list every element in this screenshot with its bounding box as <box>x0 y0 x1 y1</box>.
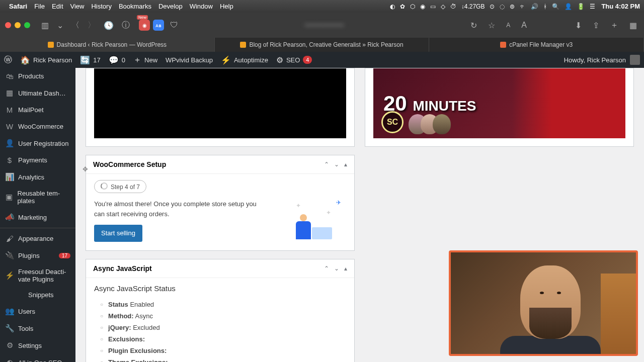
reload-button[interactable]: ↻ <box>468 19 479 32</box>
clock[interactable]: Thu 4:02 PM <box>601 3 640 10</box>
panel-up-icon[interactable]: ⌃ <box>324 265 329 272</box>
menu-bookmarks[interactable]: Bookmarks <box>119 3 151 10</box>
sidebar-item[interactable]: 🔌Plugins17 <box>0 247 75 264</box>
seo-link[interactable]: ⚙SEO4 <box>276 55 312 65</box>
menu-file[interactable]: File <box>34 3 45 10</box>
menu-help[interactable]: Help <box>220 3 233 10</box>
browser-tab[interactable]: Blog of Rick Pearson, Creative Generalis… <box>215 38 430 52</box>
wpvivid-link[interactable]: WPvivid Backup <box>166 56 213 64</box>
account-link[interactable]: Howdy, Rick Pearson <box>564 55 640 65</box>
status-icon[interactable]: ◐ <box>390 3 395 10</box>
text-size-large-icon[interactable]: A <box>519 19 529 32</box>
bluetooth-icon[interactable]: ᚼ <box>543 3 547 10</box>
list-item: Theme Exclusions: <box>100 356 346 362</box>
site-link[interactable]: 🏠Rick Pearson <box>20 55 72 65</box>
menu-edit[interactable]: Edit <box>52 3 63 10</box>
menu-develop[interactable]: Develop <box>158 3 183 10</box>
sidebar-item[interactable]: 👤User Registration <box>0 135 75 152</box>
volume-icon[interactable]: 🔊 <box>531 3 538 10</box>
back-button[interactable]: 〈 <box>69 18 82 33</box>
privacy-icon[interactable]: ⓘ <box>120 18 132 33</box>
text-size-small-icon[interactable]: A <box>504 20 512 31</box>
sidebar-item[interactable]: ⚡Freesoul Deacti­vate Plugins <box>0 264 75 287</box>
tab-label: Dashboard ‹ Rick Pearson — WordPress <box>57 41 167 48</box>
browser-tab[interactable]: Dashboard ‹ Rick Pearson — WordPress <box>0 38 215 52</box>
bookmark-star-icon[interactable]: ☆ <box>486 19 497 32</box>
status-icon[interactable]: ⊙ <box>490 3 495 10</box>
start-selling-button[interactable]: Start selling <box>94 225 142 242</box>
status-icon[interactable]: ▭ <box>430 3 436 10</box>
storage-indicator[interactable]: ↓4.27GB <box>461 3 485 10</box>
sidebar-item[interactable]: 👥Users <box>0 303 75 320</box>
maximize-window-button[interactable] <box>24 22 30 28</box>
status-icon[interactable]: ◉ <box>420 3 425 10</box>
panel-toggle-icon[interactable]: ▴ <box>344 161 347 168</box>
status-icon[interactable]: ◌ <box>500 3 505 10</box>
sidebar-item[interactable]: WWooCommerce <box>0 118 75 135</box>
wp-logo-icon[interactable]: ⓦ <box>4 55 12 65</box>
favicon-icon <box>240 42 246 48</box>
new-content-link[interactable]: ＋New <box>133 55 157 65</box>
sidebar-item[interactable]: ⚙Settings <box>0 337 75 354</box>
minimize-window-button[interactable] <box>15 22 21 28</box>
sidebar-item[interactable]: MMailPoet <box>0 102 75 118</box>
updates-link[interactable]: 🔄17 <box>80 55 100 65</box>
sidebar-item[interactable]: ▦Ultimate Dash… <box>0 84 75 102</box>
menu-history[interactable]: History <box>91 3 111 10</box>
sidebar-item[interactable]: $Payments <box>0 152 75 168</box>
sidebar-item[interactable]: 📊Analytics <box>0 168 75 186</box>
panel-up-icon[interactable]: ⌃ <box>324 161 329 168</box>
status-icon[interactable]: ⊚ <box>510 3 515 10</box>
list-item: Method: Async <box>100 310 346 322</box>
list-item: Status Enabled <box>100 299 346 310</box>
wp-sidebar: 🛍Products▦Ultimate Dash…MMailPoetWWooCom… <box>0 68 75 362</box>
panel-title: WooCommerce Setup <box>93 160 319 168</box>
favicon-icon <box>48 42 54 48</box>
move-handle-icon[interactable]: ✥ <box>83 165 88 173</box>
badge: 17 <box>59 253 70 258</box>
sidebar-item[interactable]: Snippets <box>0 287 75 303</box>
dropdown-icon[interactable]: ⌄ <box>55 19 65 32</box>
video-panel <box>86 68 355 147</box>
downloads-icon[interactable]: ⬇ <box>573 19 584 32</box>
sidebar-item[interactable]: 📣Marketing <box>0 209 75 226</box>
panel-down-icon[interactable]: ⌄ <box>334 265 339 272</box>
close-window-button[interactable] <box>5 22 11 28</box>
battery-icon[interactable]: 🔋 <box>577 3 585 10</box>
new-tab-button[interactable]: ＋ <box>608 18 620 33</box>
shield-icon[interactable]: 🛡 <box>168 19 180 32</box>
app-name[interactable]: Safari <box>9 3 27 10</box>
extension-icon[interactable]: ᴀʙ <box>153 20 164 31</box>
wifi-icon[interactable]: ᯤ <box>520 3 526 10</box>
tab-overview-icon[interactable]: ▦ <box>627 19 639 32</box>
share-icon[interactable]: ⇪ <box>591 19 601 32</box>
async-subtitle: Async JavaScript Status <box>94 284 346 293</box>
status-icon[interactable]: ⬡ <box>410 3 415 10</box>
browser-tab[interactable]: cPanel File Manager v3 <box>429 38 644 52</box>
video-thumbnail[interactable]: 20 MINUTES SC <box>373 68 625 138</box>
status-icon[interactable]: ◇ <box>441 3 445 10</box>
status-icon[interactable]: ✿ <box>400 3 405 10</box>
extension-icon[interactable]: ◉ <box>139 20 150 31</box>
webcam-overlay <box>449 250 638 356</box>
history-icon[interactable]: 🕓 <box>102 19 116 32</box>
panel-down-icon[interactable]: ⌄ <box>334 161 339 168</box>
autoptimize-link[interactable]: ⚡Autoptimize <box>221 55 268 65</box>
comments-link[interactable]: 💬0 <box>109 55 125 65</box>
sidebar-item[interactable]: ▣Reusable tem­plates <box>0 186 75 209</box>
sidebar-item[interactable]: 🔧Tools <box>0 320 75 337</box>
illustration: ✦✦✈ <box>276 199 346 244</box>
status-icon[interactable]: ⏱ <box>450 3 456 10</box>
menu-window[interactable]: Window <box>190 3 213 10</box>
search-icon[interactable]: 🔍 <box>552 3 559 10</box>
sidebar-item[interactable]: 🛍Products <box>0 68 75 84</box>
panel-toggle-icon[interactable]: ▴ <box>344 265 347 272</box>
sidebar-item[interactable]: 🖌Appearance <box>0 228 75 247</box>
address-bar[interactable]: •••••••••••••••• <box>184 21 464 29</box>
sidebar-toggle-icon[interactable]: ▥ <box>39 19 51 32</box>
user-icon[interactable]: 👤 <box>565 3 572 10</box>
video-player[interactable] <box>94 68 346 138</box>
menu-view[interactable]: View <box>70 3 85 10</box>
control-center-icon[interactable]: ☰ <box>590 3 595 10</box>
sidebar-item[interactable]: ◐All in One SEO <box>0 354 75 362</box>
